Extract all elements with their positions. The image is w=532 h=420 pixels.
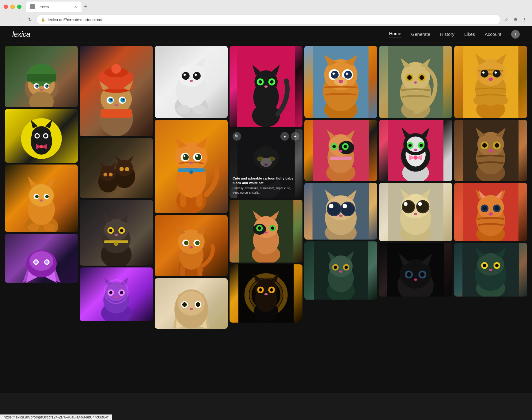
gallery-col-7: [454, 46, 527, 329]
gallery-item[interactable]: [304, 46, 377, 118]
svg-point-23: [40, 145, 43, 148]
new-tab-button[interactable]: +: [82, 2, 90, 11]
gallery-item[interactable]: [454, 46, 527, 118]
refresh-button[interactable]: ↻: [26, 15, 34, 24]
back-button[interactable]: ←: [4, 15, 12, 24]
svg-point-193: [259, 288, 262, 292]
gallery-item[interactable]: [379, 183, 452, 241]
address-bar[interactable]: 🔒 lexica.art/?q=cute+cartoon+cat: [37, 15, 500, 24]
gallery-item-hovered[interactable]: 🔍 ♥ ✦ Cute and adorable cartoon fluffy b…: [230, 129, 302, 198]
nav-generate[interactable]: Generate: [411, 32, 431, 37]
svg-point-319: [482, 143, 487, 148]
svg-point-85: [115, 234, 118, 236]
tab-favicon: L: [30, 4, 35, 9]
bookmark-icon[interactable]: ☆: [503, 16, 510, 23]
tab-close-button[interactable]: ✕: [73, 4, 78, 9]
gallery-col-6: [379, 46, 452, 329]
svg-point-245: [345, 266, 348, 269]
site-logo[interactable]: lexica: [12, 30, 30, 39]
extensions-icon[interactable]: ⚙: [512, 16, 519, 23]
svg-point-136: [189, 246, 193, 248]
gallery-item[interactable]: [80, 46, 153, 136]
gallery-item[interactable]: [230, 264, 302, 323]
heart-icon[interactable]: ♥: [280, 132, 289, 141]
svg-point-82: [120, 229, 124, 232]
svg-point-119: [195, 154, 201, 160]
gallery-item[interactable]: [454, 243, 527, 297]
svg-point-73: [109, 173, 112, 176]
gallery-item[interactable]: [230, 200, 302, 263]
gallery-item[interactable]: [155, 215, 228, 276]
nav-account[interactable]: Account: [485, 32, 501, 37]
svg-point-7: [45, 84, 49, 88]
image-hover-overlay: 🔍 ♥ ✦ Cute and adorable cartoon fluffy b…: [230, 129, 302, 198]
nav-history[interactable]: History: [440, 32, 454, 37]
svg-point-206: [332, 73, 335, 75]
gallery-item[interactable]: [155, 278, 228, 329]
svg-point-124: [189, 161, 193, 164]
svg-rect-3: [27, 74, 56, 81]
gallery-item[interactable]: [379, 243, 452, 297]
gallery-item[interactable]: [304, 120, 377, 181]
svg-point-103: [193, 72, 200, 80]
svg-point-256: [420, 75, 424, 80]
gallery-item[interactable]: [454, 120, 527, 181]
nav-links: Home Generate History Likes Account: [389, 31, 501, 37]
gallery-item[interactable]: [5, 109, 78, 163]
gallery-item[interactable]: [304, 241, 377, 300]
svg-marker-28: [46, 177, 55, 187]
gallery-item[interactable]: [80, 200, 153, 266]
svg-point-69: [100, 166, 116, 181]
svg-point-94: [109, 291, 113, 294]
gallery-item[interactable]: [5, 165, 78, 232]
close-window-button[interactable]: [4, 5, 8, 9]
browser-actions: ☆ ⚙ ⋮: [503, 16, 528, 23]
svg-point-145: [182, 302, 187, 307]
svg-point-158: [264, 85, 268, 88]
forward-button[interactable]: →: [15, 15, 23, 24]
active-tab[interactable]: L Lexica ✕: [26, 2, 82, 12]
svg-point-52: [112, 64, 121, 74]
svg-point-8: [37, 85, 38, 86]
svg-point-234: [343, 204, 347, 208]
svg-point-31: [35, 195, 39, 198]
gallery-item[interactable]: [80, 267, 153, 321]
minimize-window-button[interactable]: [10, 5, 15, 9]
search-icon[interactable]: 🔍: [233, 132, 241, 141]
gallery-item[interactable]: [379, 120, 452, 181]
svg-point-118: [182, 154, 188, 160]
nav-home[interactable]: Home: [389, 31, 401, 37]
svg-point-209: [339, 80, 343, 83]
svg-point-219: [332, 145, 336, 148]
svg-point-135: [195, 241, 200, 245]
traffic-lights: [4, 5, 21, 9]
gallery-item[interactable]: [5, 46, 78, 107]
gallery-item[interactable]: [230, 46, 302, 127]
gallery-col-4: 🔍 ♥ ✦ Cute and adorable cartoon fluffy b…: [230, 46, 302, 329]
svg-point-257: [414, 81, 417, 84]
gallery-item[interactable]: [304, 183, 377, 240]
maximize-window-button[interactable]: [17, 5, 21, 9]
user-avatar[interactable]: T: [511, 30, 520, 39]
gallery-item[interactable]: [379, 46, 452, 118]
svg-point-222: [339, 150, 343, 152]
nav-likes[interactable]: Likes: [464, 32, 475, 37]
svg-point-120: [183, 155, 185, 157]
svg-point-307: [493, 70, 500, 78]
image-info: Cute and adorable cartoon fluffy baby bl…: [233, 176, 299, 195]
tab-title: Lexica: [37, 5, 49, 9]
menu-icon[interactable]: ⋮: [521, 16, 528, 23]
gallery-item[interactable]: [5, 234, 78, 283]
gallery-item[interactable]: [155, 46, 228, 118]
gallery-item[interactable]: [155, 120, 228, 213]
svg-point-296: [420, 272, 425, 277]
magic-icon[interactable]: ✦: [291, 132, 299, 141]
gallery-item[interactable]: [80, 138, 153, 198]
svg-point-273: [414, 156, 418, 160]
svg-point-274: [414, 149, 417, 151]
svg-point-35: [44, 224, 55, 232]
gallery-item[interactable]: [454, 183, 527, 241]
svg-point-105: [195, 74, 197, 76]
svg-point-344: [495, 264, 499, 267]
image-description: Fantasy, dreamlike, surrealism, super cu…: [233, 186, 299, 195]
